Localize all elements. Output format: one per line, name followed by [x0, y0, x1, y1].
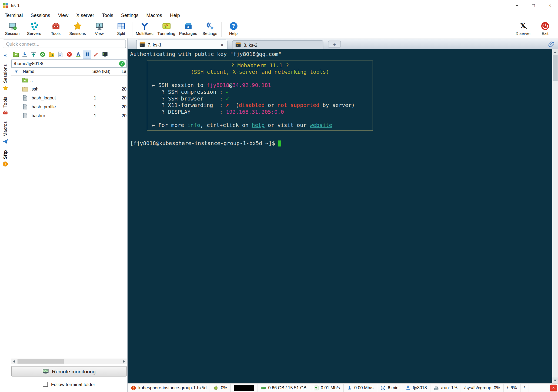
scroll-up-button[interactable]: [552, 49, 558, 55]
sidebar-tab-label: Macros: [3, 121, 8, 136]
terminal-sync-icon: [102, 51, 108, 57]
terminal-text: @: [229, 82, 232, 89]
menu-item-x-server[interactable]: X server: [72, 11, 98, 19]
sftp-download-button[interactable]: [20, 50, 29, 59]
file-row[interactable]: .bash_logout120: [11, 93, 127, 102]
terminal-text: info: [187, 122, 200, 128]
menu-item-tools[interactable]: Tools: [98, 11, 117, 19]
maximize-button[interactable]: □: [525, 0, 542, 11]
terminal-scrollbar[interactable]: [552, 49, 558, 383]
monitor-graph-icon: [42, 368, 49, 374]
terminal-content[interactable]: Authenticating with public key "fjy8018@…: [128, 49, 552, 383]
menu-item-settings[interactable]: Settings: [117, 11, 142, 19]
toolbar-button-x-server[interactable]: XX server: [512, 21, 534, 36]
xserver-icon: X: [519, 21, 528, 31]
file-row[interactable]: .bashrc120: [11, 111, 127, 120]
sidebar-tab-sessions[interactable]: Sessions: [2, 61, 8, 94]
sftp-terminal-sync-button[interactable]: [101, 50, 109, 59]
terminal-link[interactable]: help: [252, 122, 265, 128]
remote-path-input[interactable]: [11, 59, 126, 68]
toolbar-button-multiexec[interactable]: MultiExec: [134, 21, 155, 37]
menu-item-view[interactable]: View: [54, 11, 72, 19]
terminal-scrollbar-thumb[interactable]: [553, 55, 557, 81]
left-panel: « SessionsToolsMacrosSftp A ✓ Name Size …: [0, 39, 128, 392]
minimize-button[interactable]: −: [509, 0, 525, 11]
scrollbar-track[interactable]: [17, 359, 121, 364]
menu-item-sessions[interactable]: Sessions: [27, 11, 54, 19]
horizontal-scrollbar[interactable]: [11, 359, 126, 364]
terminal-link[interactable]: website: [310, 122, 332, 128]
scroll-right-button[interactable]: [121, 359, 127, 364]
path-row: ✓: [11, 59, 126, 68]
status-exit-button[interactable]: ×: [550, 384, 557, 391]
toolbar-button-exit[interactable]: Exit: [534, 21, 556, 36]
sftp-new-folder-button[interactable]: [47, 50, 56, 59]
toolbar-button-help[interactable]: ?Help: [222, 21, 244, 37]
net-up-icon: [313, 385, 319, 391]
toolbar-button-split[interactable]: Split: [110, 21, 132, 37]
statusbar: kubesphere-instance-group-1-bx5d0%0.66 G…: [128, 383, 558, 392]
column-header-date[interactable]: La: [122, 69, 127, 74]
welcome-banner: ? MobaXterm 11.1 ?(SSH client, X-server …: [147, 61, 373, 131]
sidebar-tab-macros[interactable]: Macros: [2, 118, 8, 147]
toolbar-button-tools[interactable]: Tools: [45, 21, 66, 37]
terminal-line: [147, 115, 373, 122]
tab-terminal-icon: [139, 42, 145, 47]
download-icon: [22, 51, 28, 57]
quick-connect-row: [0, 39, 127, 49]
sftp-encoding-button[interactable]: A: [74, 50, 82, 59]
file-size: 1: [92, 104, 122, 109]
file-row[interactable]: .ssh20: [11, 85, 127, 93]
toolbar-button-label: MultiExec: [136, 31, 153, 36]
status-segment: fjy8018: [402, 384, 430, 392]
scrollbar-thumb[interactable]: [18, 359, 64, 364]
sidebar-tab-sftp[interactable]: Sftp: [2, 147, 8, 170]
menu-item-terminal[interactable]: Terminal: [1, 11, 27, 19]
file-row[interactable]: .bash_profile120: [11, 102, 127, 111]
toolbar-button-view[interactable]: View: [88, 21, 110, 37]
file-row[interactable]: ..: [11, 76, 127, 85]
menu-item-macros[interactable]: Macros: [142, 11, 166, 19]
paperclip-icon[interactable]: [548, 40, 555, 47]
terminal-line: ? X11-forwarding : ✗ (disabled or not su…: [147, 102, 373, 109]
tab-close-icon[interactable]: ×: [220, 42, 224, 48]
menu-item-help[interactable]: Help: [166, 11, 184, 19]
toolbar-button-packages[interactable]: Packages: [177, 21, 199, 37]
follow-terminal-checkbox[interactable]: [43, 382, 48, 387]
column-header-size[interactable]: Size (KB): [92, 69, 122, 74]
sftp-refresh-button[interactable]: [38, 50, 47, 59]
sftp-new-file-button[interactable]: [56, 50, 65, 59]
status-text: kubesphere-instance-group-1-bx5d: [138, 385, 207, 390]
collapse-sidebar-button[interactable]: «: [4, 52, 7, 58]
sftp-pause-button[interactable]: [83, 50, 91, 59]
terminal-tab-8.-ks-2[interactable]: 8. ks-2: [232, 40, 323, 49]
toolbar-button-tunneling[interactable]: Tunneling: [155, 21, 177, 37]
terminal-cursor: [278, 140, 282, 146]
new-tab-button[interactable]: +: [328, 41, 341, 48]
sftp-edit-button[interactable]: [92, 50, 100, 59]
close-button[interactable]: ×: [542, 0, 558, 11]
side-strip-tabs: SessionsToolsMacrosSftp: [2, 61, 8, 170]
toolbar-button-settings[interactable]: Settings: [199, 21, 220, 37]
toolbar-button-sessions[interactable]: Sessions: [67, 21, 88, 37]
toolbar-right: XX serverExit: [512, 21, 556, 36]
ram-icon: [261, 385, 266, 391]
sftp-delete-button[interactable]: [65, 50, 73, 59]
toolbar-button-label: Split: [117, 31, 125, 36]
file-list-empty-space: [11, 120, 127, 359]
scroll-left-button[interactable]: [11, 359, 17, 364]
file-name: .bash_profile: [28, 104, 92, 109]
remote-monitoring-button[interactable]: Remote monitoring: [11, 366, 126, 376]
follow-terminal-row: Follow terminal folder: [11, 376, 127, 392]
left-main: « SessionsToolsMacrosSftp A ✓ Name Size …: [0, 49, 127, 392]
column-header-name[interactable]: Name: [18, 69, 92, 74]
toolbar-button-label: Sessions: [69, 31, 86, 36]
sftp-upload-button[interactable]: [29, 50, 38, 59]
terminal-tab-7.-ks-1[interactable]: 7. ks-1×: [136, 39, 228, 49]
toolbar-button-servers[interactable]: Servers: [23, 21, 45, 37]
scroll-down-button[interactable]: [552, 377, 558, 383]
sftp-folder-up-button[interactable]: [11, 50, 20, 59]
quick-connect-input[interactable]: [3, 39, 126, 48]
sidebar-tab-tools[interactable]: Tools: [2, 94, 8, 118]
toolbar-button-session[interactable]: Session: [1, 21, 23, 37]
